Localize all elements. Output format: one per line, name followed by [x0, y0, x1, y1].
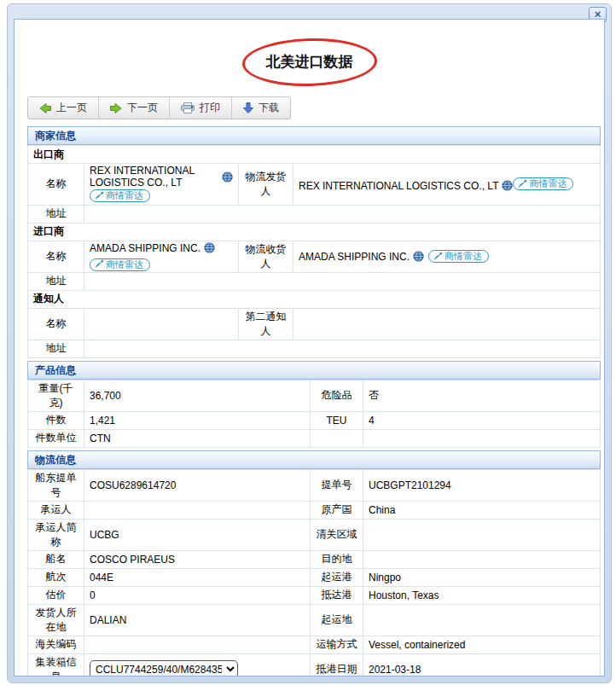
globe-icon	[413, 251, 424, 262]
value-content: CTN	[90, 432, 111, 444]
value-cell	[84, 340, 601, 357]
value-cell: 0	[84, 586, 311, 604]
value-content: UCBGPT2101294	[369, 479, 451, 491]
radar-button[interactable]: 商情雷达	[513, 177, 573, 190]
value-content: Ningpo	[369, 572, 401, 583]
table-row: 进口商	[28, 223, 601, 241]
value-cell: DALIAN	[84, 604, 311, 636]
value-cell	[293, 308, 601, 340]
value-text: AMADA SHIPPING INC.	[90, 242, 200, 254]
value-text: UCBGPT2101294	[369, 479, 451, 491]
table-row: 名称AMADA SHIPPING INC.商情雷达物流收货人AMADA SHIP…	[28, 241, 601, 272]
table-row: 通知人	[28, 290, 601, 308]
value-text: Houston, Texas	[369, 589, 439, 601]
green-arrow-right-icon	[110, 103, 122, 113]
dialog-titlebar: ×	[8, 4, 611, 19]
value-text: Vessel, containerized	[369, 639, 465, 651]
radar-button-label: 商情雷达	[106, 259, 143, 270]
value-cell	[84, 308, 239, 340]
row-label: 名称	[28, 241, 84, 272]
blue-arrow-down-icon	[243, 102, 253, 113]
value-text: 36,700	[90, 390, 121, 402]
value-cell: CTN	[84, 429, 311, 447]
value-content: 否	[369, 388, 379, 403]
row-label: 物流发货人	[239, 164, 293, 206]
value-cell: 044E	[84, 568, 311, 586]
row-label: TEU	[311, 411, 363, 429]
value-text: AMADA SHIPPING INC.	[299, 251, 410, 263]
row-label: 原产国	[311, 501, 363, 519]
value-content: AMADA SHIPPING INC.商情雷达	[90, 242, 233, 271]
value-content: 36,700	[90, 390, 121, 402]
value-cell	[84, 501, 311, 519]
value-content: Vessel, containerized	[369, 639, 465, 651]
value-cell: COSCO PIRAEUS	[84, 550, 311, 568]
container-info-select[interactable]: CCLU7744259/40/M628435	[90, 660, 238, 676]
row-label: 抵港日期	[311, 653, 363, 676]
value-cell	[363, 604, 601, 636]
value-line: 044E	[90, 572, 113, 583]
table-row: 地址	[28, 205, 601, 223]
table-row: 发货人所在地DALIAN起运地	[28, 604, 601, 636]
subsection-header: 出口商	[28, 146, 601, 164]
row-label: 海关编码	[28, 636, 84, 653]
globe-icon	[222, 171, 233, 183]
radar-icon	[433, 252, 443, 262]
value-cell: 1,421	[84, 411, 311, 429]
value-line: 2021-03-18	[369, 664, 421, 676]
next-page-button[interactable]: 下一页	[99, 97, 170, 119]
row-label: 集装箱信息	[28, 653, 84, 676]
value-text: 044E	[90, 572, 113, 583]
table-row: 名称第二通知人	[28, 308, 601, 340]
row-label: 起运港	[311, 568, 363, 586]
value-cell: COSU6289614720	[84, 469, 311, 501]
value-text: 4	[369, 415, 375, 427]
globe-icon	[204, 242, 215, 253]
value-cell: AMADA SHIPPING INC.商情雷达	[293, 241, 601, 272]
value-line: UCBGPT2101294	[369, 479, 451, 491]
value-text: REX INTERNATIONAL LOGISTICS CO., LT	[299, 180, 498, 192]
radar-button-label: 商情雷达	[106, 190, 143, 201]
value-content: COSU6289614720	[90, 479, 176, 491]
value-cell	[84, 205, 601, 223]
table-row: 承运人原产国China	[28, 501, 601, 519]
section: 商家信息出口商名称REX INTERNATIONAL LOGISTICS CO.…	[27, 126, 601, 358]
radar-button[interactable]: 商情雷达	[428, 250, 489, 263]
value-content: 2021-03-18	[369, 664, 421, 676]
table-row: 件数单位CTN	[28, 429, 601, 447]
dialog-body: 北美进口数据 上一页 下一页	[14, 19, 605, 676]
download-button[interactable]: 下载	[232, 97, 290, 119]
download-label: 下载	[259, 101, 279, 115]
value-cell: 2021-03-18	[363, 653, 601, 676]
value-line: COSU6289614720	[90, 479, 176, 491]
printer-icon	[181, 102, 195, 113]
value-cell: 36,700	[84, 380, 311, 411]
row-label: 估价	[28, 586, 84, 604]
radar-button[interactable]: 商情雷达	[90, 258, 150, 271]
row-label: 起运地	[311, 604, 363, 636]
toolbar: 上一页 下一页	[27, 96, 291, 119]
value-line: 否	[369, 388, 379, 403]
radar-button[interactable]: 商情雷达	[90, 189, 150, 202]
row-label: 承运人简称	[28, 519, 84, 550]
value-cell: 4	[363, 411, 601, 429]
radar-icon	[517, 179, 527, 189]
table-row: 海关编码运输方式Vessel, containerized	[28, 636, 601, 653]
page: × 北美进口数据 上一页 下一页	[0, 0, 616, 685]
value-content: 044E	[90, 572, 113, 583]
row-label: 提单号	[311, 469, 363, 501]
value-cell: REX INTERNATIONAL LOGISTICS CO., LT商情雷达	[293, 164, 601, 206]
radar-button-label: 商情雷达	[445, 251, 482, 262]
value-cell	[363, 429, 601, 447]
table-row: 船名COSCO PIRAEUS目的地	[28, 550, 601, 568]
value-text: COSU6289614720	[90, 479, 176, 491]
row-label: 抵达港	[311, 586, 363, 604]
value-content: 1,421	[90, 415, 115, 427]
row-label: 运输方式	[311, 636, 363, 653]
print-button[interactable]: 打印	[170, 97, 232, 119]
prev-page-button[interactable]: 上一页	[28, 97, 99, 119]
table-row: 地址	[28, 340, 601, 357]
value-line: COSCO PIRAEUS	[90, 554, 175, 566]
value-cell: 否	[363, 380, 601, 411]
row-label: 物流收货人	[239, 241, 293, 272]
